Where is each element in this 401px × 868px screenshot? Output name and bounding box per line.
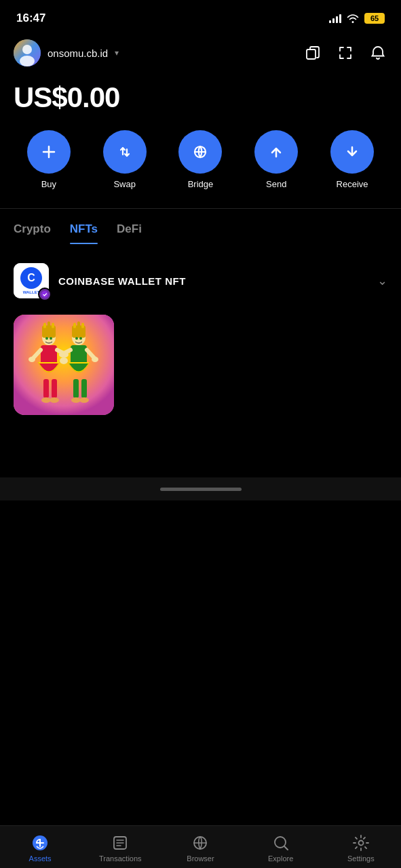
status-bar: 16:47 65 — [0, 0, 401, 34]
wifi-icon — [347, 14, 359, 23]
actions-row: Buy Swap Bridge — [0, 130, 401, 208]
svg-point-40 — [79, 397, 89, 403]
notification-icon[interactable] — [368, 43, 387, 62]
receive-icon — [330, 130, 374, 174]
send-icon — [254, 130, 298, 174]
collection-chevron-icon: ⌄ — [377, 273, 387, 288]
svg-point-23 — [41, 397, 51, 403]
svg-point-50 — [358, 841, 363, 846]
content-tabs: Crypto NFTs DeFi — [0, 212, 401, 244]
header-actions — [303, 43, 387, 62]
receive-button[interactable]: Receive — [330, 130, 374, 189]
swap-icon — [103, 130, 147, 174]
send-button[interactable]: Send — [254, 130, 298, 189]
svg-rect-22 — [52, 379, 57, 398]
svg-point-15 — [50, 337, 52, 340]
nft-collection-header[interactable]: C WALLET COINBASE WALLET NFT ⌄ — [0, 255, 401, 307]
nft-grid — [0, 307, 401, 423]
svg-point-30 — [75, 337, 78, 340]
svg-point-41 — [60, 357, 68, 364]
svg-point-1 — [22, 45, 32, 54]
signal-icon — [329, 14, 341, 23]
svg-point-2 — [20, 56, 35, 66]
svg-point-35 — [59, 352, 66, 357]
buy-button[interactable]: Buy — [27, 130, 71, 189]
nft-collection-info: C WALLET COINBASE WALLET NFT — [14, 263, 186, 298]
status-time: 16:47 — [16, 12, 45, 25]
fullscreen-icon[interactable] — [336, 43, 355, 62]
nav-transactions[interactable]: Transactions — [93, 834, 147, 863]
bridge-label: Bridge — [188, 179, 214, 189]
assets-icon — [31, 834, 49, 852]
nft-section: C WALLET COINBASE WALLET NFT ⌄ — [0, 244, 401, 423]
svg-rect-12 — [47, 321, 50, 328]
transactions-label: Transactions — [99, 854, 142, 863]
home-indicator — [0, 477, 401, 500]
svg-rect-28 — [77, 321, 80, 328]
svg-rect-3 — [307, 50, 316, 59]
svg-point-14 — [45, 337, 48, 340]
tab-nfts[interactable]: NFTs — [70, 212, 98, 244]
balance-section: US$0.00 — [0, 75, 401, 130]
copy-icon[interactable] — [303, 43, 322, 62]
svg-rect-8 — [14, 315, 114, 415]
account-selector[interactable]: onsomu.cb.id ▾ — [14, 39, 119, 66]
svg-rect-21 — [43, 379, 49, 398]
settings-label: Settings — [347, 854, 375, 863]
send-label: Send — [266, 179, 286, 189]
swap-button[interactable]: Swap — [103, 130, 147, 189]
svg-point-7 — [41, 291, 48, 298]
bottom-nav: Assets Transactions Browser Explore — [0, 825, 401, 868]
browser-label: Browser — [187, 854, 214, 863]
svg-point-24 — [50, 397, 59, 403]
nft-item[interactable] — [14, 315, 114, 415]
settings-icon — [352, 834, 370, 852]
status-icons: 65 — [329, 13, 385, 24]
nav-settings[interactable]: Settings — [334, 834, 388, 863]
bridge-button[interactable]: Bridge — [178, 130, 222, 189]
explore-label: Explore — [268, 854, 293, 863]
svg-rect-27 — [73, 323, 76, 328]
explore-icon — [272, 834, 290, 852]
account-chevron-icon: ▾ — [115, 48, 119, 58]
transactions-icon — [111, 834, 129, 852]
svg-rect-37 — [73, 379, 79, 398]
buy-label: Buy — [41, 179, 56, 189]
bridge-icon — [178, 130, 222, 174]
svg-point-39 — [71, 397, 81, 403]
svg-rect-38 — [81, 379, 87, 398]
avatar — [14, 39, 41, 66]
nav-browser[interactable]: Browser — [173, 834, 227, 863]
svg-point-31 — [79, 337, 82, 340]
home-bar — [160, 488, 242, 491]
svg-rect-29 — [81, 323, 84, 328]
section-divider — [0, 208, 401, 209]
swap-label: Swap — [113, 179, 136, 189]
svg-rect-13 — [52, 323, 54, 328]
buy-icon — [27, 130, 71, 174]
nft-badge-icon — [38, 288, 52, 301]
svg-point-36 — [92, 357, 98, 362]
nft-collection-name: COINBASE WALLET NFT — [58, 275, 186, 287]
tab-crypto[interactable]: Crypto — [14, 212, 51, 244]
tab-defi[interactable]: DeFi — [117, 212, 142, 244]
nav-assets[interactable]: Assets — [13, 834, 67, 863]
account-name: onsomu.cb.id — [47, 47, 108, 59]
svg-line-49 — [284, 846, 288, 850]
nav-explore[interactable]: Explore — [254, 834, 308, 863]
header: onsomu.cb.id ▾ — [0, 34, 401, 75]
svg-point-19 — [28, 357, 35, 362]
assets-label: Assets — [29, 854, 52, 863]
receive-label: Receive — [337, 179, 368, 189]
nft-collection-logo: C WALLET — [14, 263, 49, 298]
battery-icon: 65 — [364, 13, 385, 24]
browser-icon — [191, 834, 209, 852]
svg-rect-11 — [43, 323, 46, 328]
balance-amount: US$0.00 — [14, 81, 387, 114]
